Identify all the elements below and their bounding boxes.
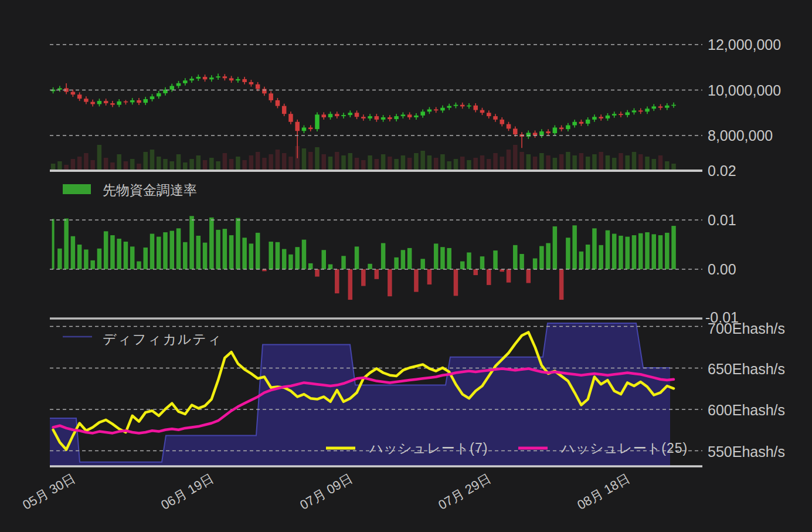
x-label-0530: 05月 30日 [20,471,77,513]
x-label-0729: 07月 29日 [436,471,493,513]
crypto-chart-page: 12,000,000 10,000,000 8,000,000 0.02 0.0… [0,0,812,532]
x-label-0709: 07月 09日 [297,471,355,513]
hashrate-panel-hover-area[interactable] [50,318,672,466]
y-label-700ehash: 700Ehash/s [708,320,785,337]
y-label-550ehash: 550Ehash/s [708,443,785,460]
x-label-0818: 08月 18日 [575,471,632,513]
y-label-10000000: 10,000,000 [708,82,781,99]
y-label-000: 0.00 [708,261,736,277]
x-label-0619: 06月 19日 [158,471,216,513]
y-label-600ehash: 600Ehash/s [708,402,785,418]
x-axis-labels: 05月 30日 06月 19日 07月 09日 07月 29日 08月 18日 [20,471,632,513]
y-label-002: 0.02 [708,162,736,179]
y-label-001: 0.01 [708,212,736,228]
candlestick-panel-hover-area[interactable] [50,12,672,171]
y-label-650ehash: 650Ehash/s [708,361,785,377]
y-label-8000000: 8,000,000 [708,127,773,144]
funding-panel-hover-area[interactable] [50,171,672,318]
right-axis-labels: 12,000,000 10,000,000 8,000,000 0.02 0.0… [705,36,785,460]
y-label-12000000: 12,000,000 [708,36,781,53]
chart-canvas: 12,000,000 10,000,000 8,000,000 0.02 0.0… [0,0,812,532]
